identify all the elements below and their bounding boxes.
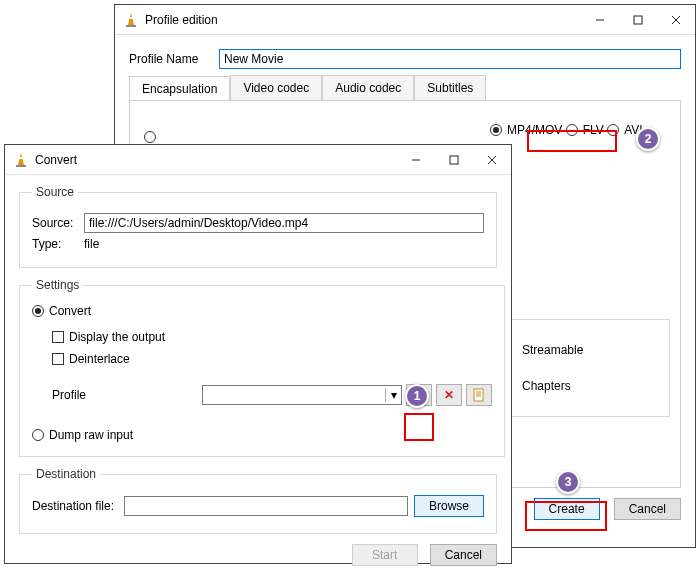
convert-radio[interactable]: Convert	[32, 304, 91, 318]
vlc-icon	[13, 152, 29, 168]
annotation-3: 3	[556, 470, 580, 494]
minimize-button[interactable]	[397, 145, 435, 174]
source-label: Source:	[32, 216, 84, 230]
minimize-button[interactable]	[581, 5, 619, 34]
destination-input[interactable]	[124, 496, 408, 516]
profile-title: Profile edition	[145, 13, 581, 27]
browse-button[interactable]: Browse	[414, 495, 484, 517]
new-file-icon	[472, 388, 486, 402]
dump-raw-radio[interactable]: Dump raw input	[32, 428, 133, 442]
radio-mp4-mov-label: MP4/MOV	[507, 123, 562, 137]
tab-encapsulation[interactable]: Encapsulation	[129, 76, 230, 101]
type-label: Type:	[32, 237, 84, 251]
svg-rect-1	[129, 17, 133, 19]
svg-rect-2	[126, 25, 136, 27]
tab-subtitles[interactable]: Subtitles	[414, 75, 486, 100]
close-button[interactable]	[657, 5, 695, 34]
create-button[interactable]: Create	[534, 498, 600, 520]
destination-legend: Destination	[32, 467, 100, 481]
destination-fieldset: Destination Destination file: Browse	[19, 467, 497, 534]
radio-hidden-1[interactable]	[144, 131, 161, 143]
feature-streamable-label: Streamable	[522, 343, 583, 357]
svg-rect-11	[450, 156, 458, 164]
destination-label: Destination file:	[32, 499, 124, 513]
svg-rect-4	[634, 16, 642, 24]
delete-profile-button[interactable]: ✕	[436, 384, 462, 406]
profile-titlebar: Profile edition	[115, 5, 695, 35]
type-value: file	[84, 237, 99, 251]
annotation-2: 2	[636, 127, 660, 151]
delete-x-icon: ✕	[444, 388, 454, 402]
convert-radio-label: Convert	[49, 304, 91, 318]
svg-rect-8	[19, 157, 23, 159]
radio-flv[interactable]: FLV	[566, 123, 604, 137]
convert-title: Convert	[35, 153, 397, 167]
annotation-1: 1	[405, 384, 429, 408]
dump-raw-label: Dump raw input	[49, 428, 133, 442]
settings-legend: Settings	[32, 278, 83, 292]
source-fieldset: Source Source: Type: file	[19, 185, 497, 268]
svg-rect-9	[16, 165, 26, 167]
dropdown-arrow-icon: ▾	[385, 388, 401, 402]
source-legend: Source	[32, 185, 78, 199]
tab-video-codec[interactable]: Video codec	[230, 75, 322, 100]
profile-name-input[interactable]	[219, 49, 681, 69]
convert-window: Convert Source Source: Type: file Settin…	[4, 144, 512, 564]
feature-chapters-label: Chapters	[522, 379, 571, 393]
maximize-button[interactable]	[435, 145, 473, 174]
radio-mp4-mov[interactable]: MP4/MOV	[490, 123, 562, 137]
convert-cancel-button[interactable]: Cancel	[430, 544, 497, 566]
profile-combo[interactable]: ▾	[202, 385, 402, 405]
deinterlace-label: Deinterlace	[69, 352, 130, 366]
profile-name-label: Profile Name	[129, 52, 219, 66]
display-output-check[interactable]: Display the output	[52, 330, 165, 344]
cancel-button[interactable]: Cancel	[614, 498, 681, 520]
start-button[interactable]: Start	[352, 544, 418, 566]
close-button[interactable]	[473, 145, 511, 174]
settings-fieldset: Settings Convert Display the output Dein…	[19, 278, 505, 457]
convert-titlebar: Convert	[5, 145, 511, 175]
encapsulation-tabs: Encapsulation Video codec Audio codec Su…	[129, 75, 681, 100]
svg-rect-14	[474, 389, 483, 401]
radio-flv-label: FLV	[583, 123, 604, 137]
display-output-label: Display the output	[69, 330, 165, 344]
tab-audio-codec[interactable]: Audio codec	[322, 75, 414, 100]
source-input[interactable]	[84, 213, 484, 233]
deinterlace-check[interactable]: Deinterlace	[52, 352, 130, 366]
maximize-button[interactable]	[619, 5, 657, 34]
vlc-icon	[123, 12, 139, 28]
new-profile-button[interactable]	[466, 384, 492, 406]
profile-label: Profile	[52, 388, 202, 402]
